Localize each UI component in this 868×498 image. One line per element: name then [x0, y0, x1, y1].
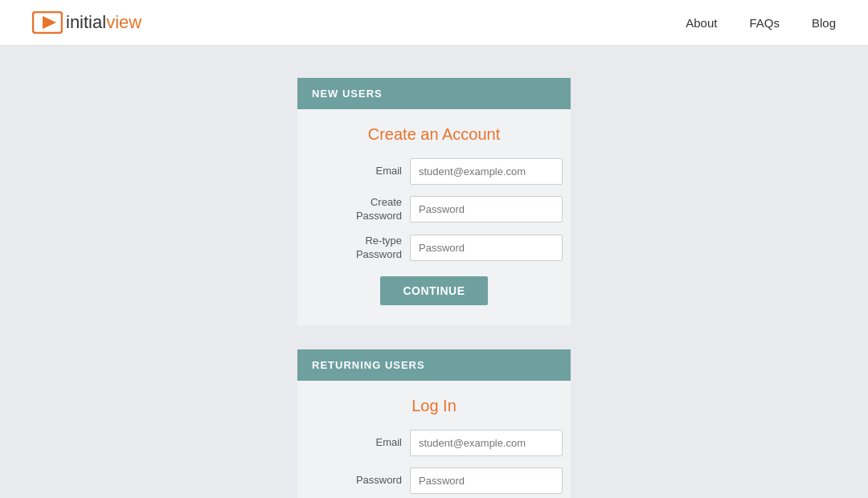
returning-users-section-header: RETURNING USERS — [297, 349, 571, 381]
nav-blog[interactable]: Blog — [812, 16, 836, 30]
nav: About FAQs Blog — [686, 16, 836, 30]
new-users-email-label: Email — [313, 165, 402, 178]
new-users-card: NEW USERS Create an Account Email Create… — [297, 78, 571, 325]
login-password-label: Password — [313, 474, 402, 488]
nav-faqs[interactable]: FAQs — [749, 16, 780, 30]
nav-about[interactable]: About — [686, 16, 717, 30]
logo-view: view — [106, 12, 141, 32]
retype-password-label: Re-typePassword — [313, 235, 402, 262]
new-users-email-row: Email — [313, 158, 555, 185]
create-password-label: CreatePassword — [313, 196, 402, 223]
returning-users-email-label: Email — [313, 436, 402, 450]
login-password-input[interactable] — [410, 467, 563, 494]
returning-users-card: RETURNING USERS Log In Email Password Fo… — [297, 349, 571, 498]
header: initialview About FAQs Blog — [0, 0, 868, 46]
logo: initialview — [32, 11, 141, 34]
returning-users-email-row: Email — [313, 430, 555, 456]
new-users-label: NEW USERS — [312, 88, 383, 100]
returning-users-form-body: Log In Email Password Forgot my Password… — [297, 381, 571, 498]
continue-button[interactable]: CONTINUE — [380, 276, 487, 305]
new-users-email-input[interactable] — [410, 158, 563, 185]
retype-password-input[interactable] — [410, 235, 563, 261]
create-password-row: CreatePassword — [313, 196, 555, 223]
create-account-title: Create an Account — [313, 125, 555, 144]
login-password-row: Password — [313, 467, 555, 494]
new-users-section-header: NEW USERS — [297, 78, 571, 109]
new-users-form-body: Create an Account Email CreatePassword R… — [297, 109, 571, 325]
logo-initial: initial — [66, 12, 106, 32]
login-title: Log In — [313, 397, 555, 415]
main-content: NEW USERS Create an Account Email Create… — [0, 46, 868, 498]
returning-users-label: RETURNING USERS — [312, 359, 425, 371]
logo-text: initialview — [66, 12, 141, 33]
returning-users-email-input[interactable] — [410, 430, 563, 456]
logo-icon — [32, 11, 63, 34]
retype-password-row: Re-typePassword — [313, 235, 555, 262]
create-password-input[interactable] — [410, 196, 563, 222]
svg-marker-1 — [43, 16, 56, 29]
